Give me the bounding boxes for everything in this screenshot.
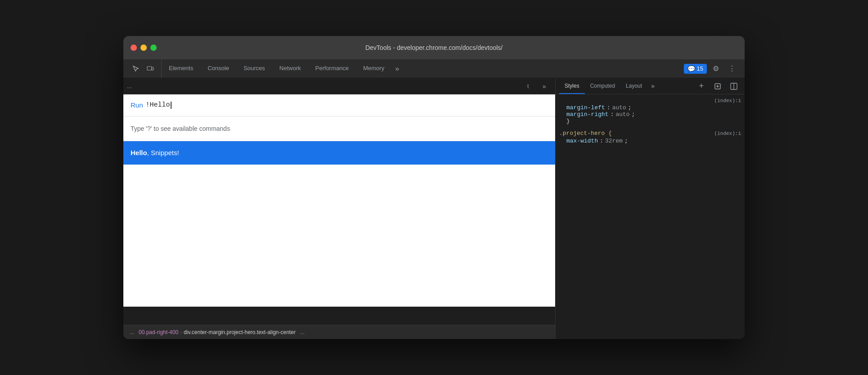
tab-memory[interactable]: Memory	[356, 59, 392, 78]
layout-tab[interactable]: Layout	[620, 78, 647, 94]
svg-rect-1	[152, 67, 154, 70]
css-selector-1: (index):1	[559, 98, 741, 103]
badge-count: 15	[697, 65, 703, 72]
css-body-2: max-width : 32rem ;	[559, 138, 741, 144]
traffic-lights	[131, 45, 157, 51]
more-tabs-button[interactable]: »	[392, 65, 403, 73]
css-val: 32rem	[605, 138, 623, 144]
css-body-1: margin-left : auto ; margin-right : auto	[559, 104, 741, 125]
css-prop: margin-right	[566, 111, 609, 118]
tab-performance[interactable]: Performance	[308, 59, 356, 78]
window-title: DevTools - developer.chrome.com/docs/dev…	[365, 44, 502, 51]
panel-tabs: Elements Console Sources Network Perform…	[162, 59, 680, 78]
element-style-button[interactable]	[710, 79, 725, 94]
css-prop: max-width	[566, 138, 598, 144]
css-line-left: margin-right : auto ;	[566, 111, 635, 118]
selector-text-2: .project-hero {	[559, 130, 612, 137]
dock-side-button[interactable]	[727, 79, 741, 94]
css-selector-2: .project-hero { (index):1	[559, 130, 741, 137]
chat-badge-button[interactable]: 💬 15	[684, 64, 707, 74]
breadcrumb-dots-end[interactable]: ...	[298, 329, 307, 335]
settings-button[interactable]: ⚙	[709, 62, 723, 76]
elements-toolbar: ... t »	[123, 78, 555, 94]
elements-panel: ... t » Run !Hello	[123, 78, 556, 339]
command-dropdown-rest	[123, 165, 555, 307]
css-source-1[interactable]: (index):1	[714, 98, 741, 103]
css-rule-2: .project-hero { (index):1 max-width : 32…	[559, 130, 741, 144]
styles-toolbar-right: t »	[521, 79, 552, 94]
css-line: margin-left : auto ;	[566, 104, 741, 111]
styles-toolbar: Styles Computed Layout » +	[556, 78, 745, 94]
command-input-area[interactable]: Run !Hello	[123, 94, 555, 116]
dots-indicator: ...	[127, 83, 132, 89]
styles-actions: +	[694, 79, 741, 94]
elements-content[interactable]: Run !Hello Type '?' to see available com…	[123, 94, 555, 325]
result-rest-text: , Snippets!	[147, 149, 179, 156]
breadcrumb-item-1[interactable]: 00.pad-right-400	[139, 329, 178, 335]
css-line-left: margin-left : auto ;	[566, 104, 632, 111]
inspect-icon[interactable]	[129, 62, 143, 76]
computed-tab-label[interactable]: t	[521, 79, 535, 94]
css-source-2[interactable]: (index):1	[714, 131, 741, 136]
css-rule-1: (index):1 margin-left : auto ;	[559, 98, 741, 125]
tab-sources[interactable]: Sources	[236, 59, 272, 78]
computed-tab[interactable]: Computed	[585, 78, 620, 94]
command-text: !Hello	[146, 100, 170, 111]
main-toolbar: Elements Console Sources Network Perform…	[123, 59, 745, 78]
minimize-button[interactable]	[140, 45, 147, 51]
command-result-item[interactable]: Hello, Snippets!	[123, 141, 555, 165]
command-hint: Type '?' to see available commands	[123, 116, 555, 141]
tab-elements[interactable]: Elements	[162, 59, 200, 78]
css-line-left: max-width : 32rem ;	[566, 138, 628, 144]
breadcrumb-dots-start[interactable]: ...	[127, 329, 137, 335]
titlebar: DevTools - developer.chrome.com/docs/dev…	[123, 36, 745, 59]
css-val: auto	[615, 111, 629, 118]
css-val: auto	[612, 104, 626, 111]
css-line: max-width : 32rem ;	[566, 138, 741, 144]
chat-icon: 💬	[687, 65, 695, 72]
styles-content[interactable]: (index):1 margin-left : auto ;	[556, 94, 745, 339]
breadcrumb-item-2[interactable]: div.center-margin.project-hero.text-alig…	[184, 329, 296, 335]
command-input-line: Run !Hello	[131, 100, 548, 111]
svg-rect-0	[147, 67, 152, 70]
device-toggle-icon[interactable]	[143, 62, 158, 76]
more-styles-button[interactable]: »	[537, 79, 552, 94]
styles-tabs: Styles Computed Layout	[559, 78, 647, 94]
toolbar-icon-group	[125, 59, 162, 78]
maximize-button[interactable]	[150, 45, 157, 51]
css-prop: margin-left	[566, 104, 605, 111]
main-area: ... t » Run !Hello	[123, 78, 745, 339]
run-label: Run	[131, 100, 143, 111]
command-overlay: Run !Hello Type '?' to see available com…	[123, 94, 555, 307]
styles-panel: Styles Computed Layout » +	[556, 78, 745, 339]
styles-tab[interactable]: Styles	[559, 78, 585, 94]
cursor	[171, 102, 172, 109]
toolbar-right-actions: 💬 15 ⚙ ⋮	[680, 62, 743, 76]
styles-more-tabs[interactable]: »	[649, 83, 656, 90]
css-line: margin-right : auto ;	[566, 111, 741, 118]
more-options-button[interactable]: ⋮	[725, 62, 739, 76]
tab-console[interactable]: Console	[200, 59, 236, 78]
add-style-rule-button[interactable]: +	[694, 79, 709, 94]
devtools-window: DevTools - developer.chrome.com/docs/dev…	[123, 36, 745, 339]
breadcrumb: ... 00.pad-right-400 › div.center-margin…	[123, 325, 555, 339]
close-button[interactable]	[131, 45, 137, 51]
tab-network[interactable]: Network	[272, 59, 308, 78]
css-close-brace: }	[566, 118, 741, 125]
result-bold-text: Hello	[131, 149, 147, 156]
